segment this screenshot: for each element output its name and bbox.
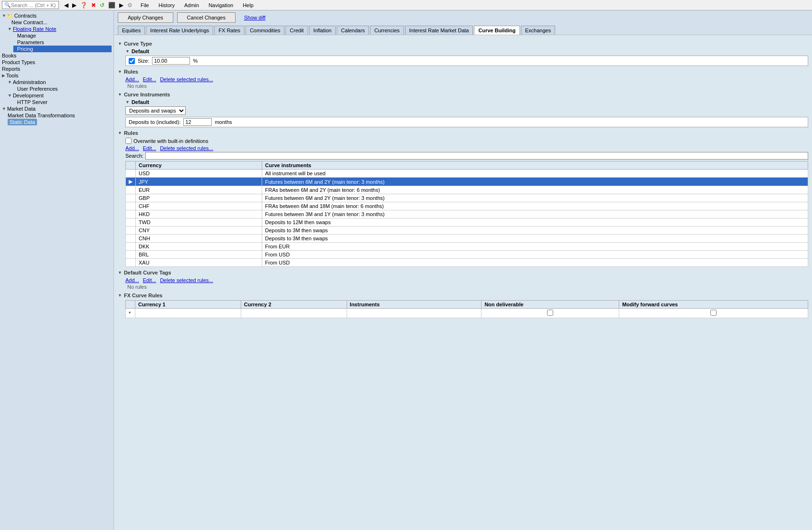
fx-instruments-input[interactable] (350, 310, 388, 317)
contracts-expander[interactable]: ▼ (2, 13, 6, 18)
ci-toggle[interactable]: ▼ (118, 92, 122, 97)
table-row[interactable]: USD All instrument will be used (126, 170, 808, 178)
help-menu[interactable]: Help (240, 2, 256, 9)
dev-expander[interactable]: ▼ (8, 93, 12, 98)
admin-expander[interactable]: ▼ (8, 80, 12, 85)
tab-currencies[interactable]: Currencies (370, 26, 404, 35)
pricing-label[interactable]: Pricing (17, 46, 33, 52)
curve-type-toggle[interactable]: ▼ (118, 41, 122, 46)
fx-c1-input[interactable] (138, 310, 167, 317)
search-input-table[interactable] (145, 152, 808, 160)
delete1-link[interactable]: Delete selected rules... (160, 76, 213, 82)
contracts-item[interactable]: ▼ 📁 Contracts (2, 12, 112, 19)
table-row[interactable]: CHF FRAs between 6M and 18M (main tenor:… (126, 202, 808, 210)
books-item[interactable]: Books (2, 52, 112, 59)
search-box[interactable]: 🔍 (2, 1, 59, 9)
table-row[interactable]: CNH Deposits to 3M then swaps (126, 235, 808, 243)
fx-non-deliverable-cb[interactable] (547, 310, 553, 316)
deposits-to-input[interactable] (183, 118, 212, 126)
user-preferences-label[interactable]: User Preferences (17, 86, 58, 92)
market-data-label[interactable]: Market Data (7, 106, 36, 112)
parameters-label[interactable]: Parameters (17, 39, 44, 45)
tools-label[interactable]: Tools (6, 73, 19, 78)
edit1-link[interactable]: Edit... (143, 76, 156, 82)
floating-rate-note-item[interactable]: ▼ Floating Rate Note (8, 26, 112, 32)
refresh-icon[interactable]: ↺ (98, 1, 106, 9)
settings-icon[interactable]: ⚙ (126, 1, 134, 9)
fx-instruments-cell[interactable] (347, 309, 482, 318)
delete2-link[interactable]: Delete selected rules... (160, 145, 213, 151)
fx-table-row[interactable]: * (126, 309, 808, 318)
development-label[interactable]: Development (13, 93, 44, 98)
fx-modify-forward-cb[interactable] (710, 310, 717, 316)
overwrite-checkbox[interactable] (125, 138, 132, 144)
development-item[interactable]: ▼ Development (8, 92, 112, 99)
navigation-menu[interactable]: Navigation (206, 2, 236, 9)
market-data-transformations-item[interactable]: Market Data Transformations (8, 112, 112, 119)
admin-menu[interactable]: Admin (181, 2, 202, 9)
table-row[interactable]: GBP Futures between 6M and 2Y (main teno… (126, 194, 808, 202)
tab-credit[interactable]: Credit (285, 26, 308, 35)
fx-c1[interactable] (135, 309, 241, 318)
add1-link[interactable]: Add... (125, 76, 139, 82)
search-input[interactable] (11, 2, 58, 8)
reports-item[interactable]: Reports (2, 66, 112, 72)
user-preferences-item[interactable]: User Preferences (13, 85, 112, 92)
rules1-toggle[interactable]: ▼ (118, 69, 122, 74)
table-row[interactable]: ▶ JPY Futures between 6M and 2Y (main te… (126, 178, 808, 186)
ci-default-toggle[interactable]: ▼ (125, 100, 130, 104)
market-data-transformations-label[interactable]: Market Data Transformations (8, 113, 75, 118)
size-input[interactable] (152, 57, 190, 65)
cancel-changes-button[interactable]: Cancel Changes (177, 12, 236, 23)
reports-label[interactable]: Reports (2, 66, 20, 72)
contracts-label[interactable]: Contracts (14, 13, 37, 19)
rules2-toggle[interactable]: ▼ (118, 131, 122, 135)
tab-interest-rate-market[interactable]: Interest Rate Market Data (405, 26, 473, 35)
tab-fx-rates[interactable]: FX Rates (214, 26, 245, 35)
edit2-link[interactable]: Edit... (143, 145, 156, 151)
pricing-item[interactable]: Pricing (13, 46, 112, 52)
default-toggle[interactable]: ▼ (125, 49, 130, 54)
market-data-item[interactable]: ▼ Market Data (2, 105, 112, 112)
manage-label[interactable]: Manage (17, 33, 36, 38)
table-row[interactable]: EUR FRAs between 6M and 2Y (main tenor: … (126, 186, 808, 194)
table-row[interactable]: XAU From USD (126, 259, 808, 267)
http-server-label[interactable]: HTTP Server (17, 99, 47, 105)
fx-toggle[interactable]: ▼ (118, 293, 122, 298)
back-icon[interactable]: ◀ (63, 1, 70, 9)
administration-label[interactable]: Administration (13, 79, 46, 85)
frn-expander[interactable]: ▼ (8, 27, 12, 31)
history-menu[interactable]: History (156, 2, 178, 9)
add2-link[interactable]: Add... (125, 145, 139, 151)
new-contract-item[interactable]: New Contract... (8, 19, 112, 26)
edit3-link[interactable]: Edit... (143, 277, 156, 283)
home-icon[interactable]: ⬛ (107, 1, 117, 9)
forward-icon[interactable]: ▶ (71, 1, 78, 9)
tools-item[interactable]: ▶ Tools (2, 72, 112, 79)
size-checkbox[interactable] (129, 58, 135, 64)
market-data-expander[interactable]: ▼ (2, 106, 6, 111)
table-row[interactable]: CNY Deposits to 3M then swaps (126, 227, 808, 235)
http-server-item[interactable]: HTTP Server (13, 99, 112, 105)
tab-curve-building[interactable]: Curve Building (474, 26, 519, 35)
tab-inflation[interactable]: Inflation (309, 26, 336, 35)
floating-rate-note-label[interactable]: Floating Rate Note (13, 26, 57, 32)
file-menu[interactable]: File (138, 2, 152, 9)
apply-changes-button[interactable]: Apply Changes (118, 12, 173, 23)
static-data-label[interactable]: Static Data (9, 119, 35, 125)
tools-expander[interactable]: ▶ (2, 73, 5, 78)
delete3-link[interactable]: Delete selected rules... (160, 277, 213, 283)
dct-toggle[interactable]: ▼ (118, 270, 122, 275)
tab-equities[interactable]: Equities (118, 26, 145, 35)
fx-c2-input[interactable] (244, 310, 273, 317)
table-row[interactable]: HKD Futures between 3M and 1Y (main teno… (126, 210, 808, 218)
product-types-item[interactable]: Product Types (2, 59, 112, 66)
show-diff-link[interactable]: Show diff (244, 15, 265, 20)
add3-link[interactable]: Add... (125, 277, 139, 283)
tab-commodities[interactable]: Commodities (245, 26, 284, 35)
books-label[interactable]: Books (2, 53, 17, 58)
help-icon[interactable]: ❓ (79, 1, 89, 9)
manage-item[interactable]: Manage (13, 32, 112, 39)
table-row[interactable]: DKK From EUR (126, 243, 808, 251)
tab-calendars[interactable]: Calendars (337, 26, 369, 35)
